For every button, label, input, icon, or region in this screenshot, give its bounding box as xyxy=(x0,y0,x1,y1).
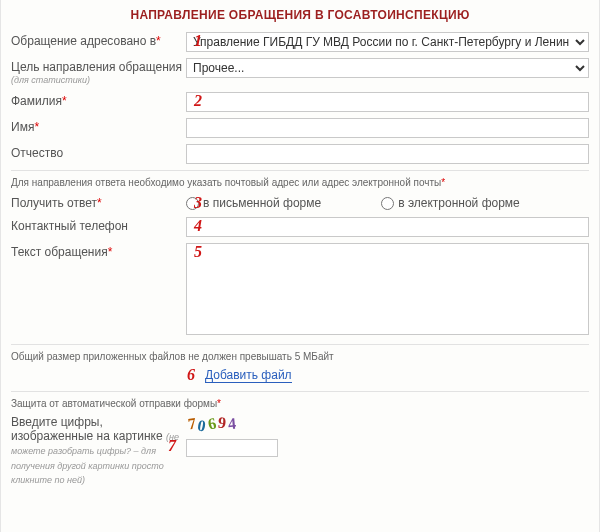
addressed-to-select[interactable]: Управление ГИБДД ГУ МВД России по г. Сан… xyxy=(186,32,589,52)
label-name: Имя* xyxy=(11,118,186,134)
row-text: 5 Текст обращения* xyxy=(11,243,589,338)
row-get-reply: 3 Получить ответ* в письменной форме в э… xyxy=(11,194,589,210)
radio-written-label[interactable]: в письменной форме xyxy=(186,196,321,210)
row-patronymic: Отчество xyxy=(11,144,589,164)
radio-electronic[interactable] xyxy=(381,197,394,210)
captcha-digit: 4 xyxy=(227,414,237,433)
label-text-text: Текст обращения xyxy=(11,245,108,259)
files-note: Общий размер приложенных файлов не долже… xyxy=(11,351,589,362)
captcha-digit: 0 xyxy=(196,416,207,435)
separator xyxy=(11,344,589,345)
required-star: * xyxy=(62,94,67,108)
captcha-section-label-text: Защита от автоматической отправки формы xyxy=(11,398,217,409)
label-text: Текст обращения* xyxy=(11,243,186,259)
separator xyxy=(11,391,589,392)
row-addressed-to: 1 Обращение адресовано в* Управление ГИБ… xyxy=(11,32,589,52)
radio-written-text: в письменной форме xyxy=(203,196,321,210)
radio-electronic-label[interactable]: в электронной форме xyxy=(381,196,520,210)
marker-7: 7 xyxy=(168,437,176,455)
label-surname: Фамилия* xyxy=(11,92,186,108)
captcha-digit: 6 xyxy=(206,414,218,433)
label-get-reply: Получить ответ* xyxy=(11,194,186,210)
required-star: * xyxy=(34,120,39,134)
row-phone: 4 Контактный телефон xyxy=(11,217,589,237)
required-star: * xyxy=(97,196,102,210)
captcha-label: Введите цифры, изображенные на картинке … xyxy=(11,415,186,487)
captcha-input[interactable] xyxy=(186,439,278,457)
reply-note: Для направления ответа необходимо указат… xyxy=(11,177,589,188)
reply-note-text: Для направления ответа необходимо указат… xyxy=(11,177,441,188)
captcha-digit: 9 xyxy=(217,413,227,432)
label-addressed-to-text: Обращение адресовано в xyxy=(11,34,156,48)
form-page: НАПРАВЛЕНИЕ ОБРАЩЕНИЯ В ГОСАВТОИНСПЕКЦИЮ… xyxy=(0,0,600,532)
captcha-label-text: Введите цифры, изображенные на картинке xyxy=(11,415,163,443)
surname-input[interactable] xyxy=(186,92,589,112)
page-title: НАПРАВЛЕНИЕ ОБРАЩЕНИЯ В ГОСАВТОИНСПЕКЦИЮ xyxy=(11,0,589,32)
label-purpose-text: Цель направления обращения xyxy=(11,60,182,74)
attach-row: 6 Добавить файл xyxy=(11,368,589,383)
name-input[interactable] xyxy=(186,118,589,138)
appeal-textarea[interactable] xyxy=(186,243,589,335)
captcha-digit: 7 xyxy=(187,414,197,433)
separator xyxy=(11,170,589,171)
purpose-select[interactable]: Прочее... xyxy=(186,58,589,78)
radio-electronic-text: в электронной форме xyxy=(398,196,520,210)
label-name-text: Имя xyxy=(11,120,34,134)
required-star: * xyxy=(217,398,221,409)
patronymic-input[interactable] xyxy=(186,144,589,164)
label-get-reply-text: Получить ответ xyxy=(11,196,97,210)
captcha-section-label: Защита от автоматической отправки формы* xyxy=(11,398,589,409)
row-name: Имя* xyxy=(11,118,589,138)
required-star: * xyxy=(156,34,161,48)
add-file-link[interactable]: Добавить файл xyxy=(205,368,292,383)
label-surname-text: Фамилия xyxy=(11,94,62,108)
captcha-image[interactable]: 7 0 6 9 4 xyxy=(186,415,238,437)
marker-6: 6 xyxy=(187,366,195,384)
label-purpose: Цель направления обращения (для статисти… xyxy=(11,58,186,86)
label-addressed-to: Обращение адресовано в* xyxy=(11,32,186,48)
label-phone: Контактный телефон xyxy=(11,217,186,233)
phone-input[interactable] xyxy=(186,217,589,237)
radio-written[interactable] xyxy=(186,197,199,210)
label-patronymic: Отчество xyxy=(11,144,186,160)
row-purpose: Цель направления обращения (для статисти… xyxy=(11,58,589,86)
label-purpose-sub: (для статистики) xyxy=(11,75,186,86)
row-surname: 2 Фамилия* xyxy=(11,92,589,112)
captcha-block: Введите цифры, изображенные на картинке … xyxy=(11,415,589,487)
required-star: * xyxy=(441,177,445,188)
required-star: * xyxy=(108,245,113,259)
